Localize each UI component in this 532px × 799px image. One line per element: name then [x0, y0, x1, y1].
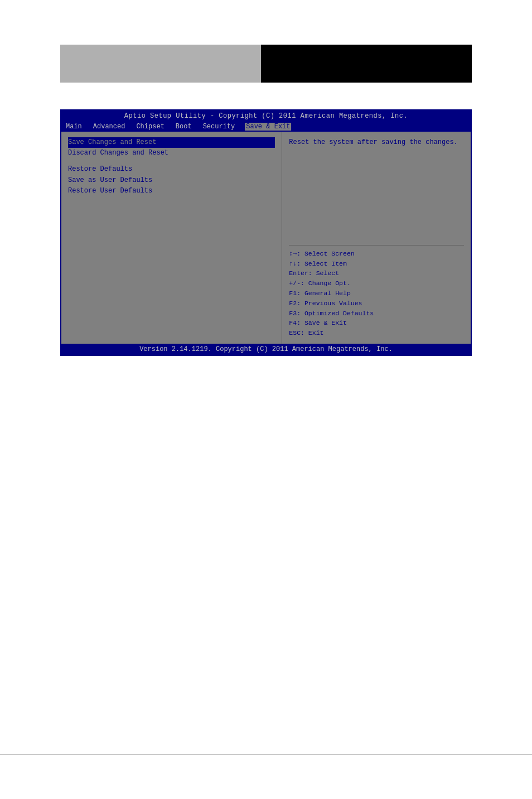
key-enter: Enter: Select — [289, 268, 464, 278]
option-save-user-defaults[interactable]: Save as User Defaults — [68, 175, 275, 186]
right-panel: Reset the system after saving the change… — [282, 132, 471, 344]
key-select-screen: ↕→: Select Screen — [289, 249, 464, 259]
key-f4: F4: Save & Exit — [289, 318, 464, 328]
key-esc: ESC: Exit — [289, 328, 464, 338]
key-f3: F3: Optimized Defaults — [289, 309, 464, 319]
option-discard-changes-reset[interactable]: Discard Changes and Reset — [68, 148, 275, 158]
key-f2: F2: Previous Values — [289, 299, 464, 309]
help-text: Reset the system after saving the change… — [289, 137, 464, 242]
bios-footer: Version 2.14.1219. Copyright (C) 2011 Am… — [61, 344, 471, 355]
menu-item-chipset[interactable]: Chipset — [135, 123, 165, 131]
bios-title: Aptio Setup Utility - Copyright (C) 2011… — [61, 110, 471, 122]
menu-item-advanced[interactable]: Advanced — [92, 123, 127, 131]
top-banner — [60, 45, 472, 83]
left-panel: Save Changes and Reset Discard Changes a… — [61, 132, 282, 344]
bios-title-text: Aptio Setup Utility - Copyright (C) 2011… — [124, 112, 408, 120]
divider — [289, 245, 464, 246]
key-help: ↕→: Select Screen ↑↓: Select Item Enter:… — [289, 249, 464, 338]
option-save-changes-reset[interactable]: Save Changes and Reset — [68, 137, 275, 148]
bios-content: Save Changes and Reset Discard Changes a… — [61, 132, 471, 344]
bios-window: Aptio Setup Utility - Copyright (C) 2011… — [60, 109, 472, 356]
option-spacer — [68, 158, 275, 164]
option-restore-defaults[interactable]: Restore Defaults — [68, 164, 275, 175]
bottom-rule — [0, 754, 532, 754]
key-change-opt: +/-: Change Opt. — [289, 278, 464, 288]
key-select-item: ↑↓: Select Item — [289, 259, 464, 269]
key-f1: F1: General Help — [289, 288, 464, 299]
menu-item-main[interactable]: Main — [65, 123, 83, 131]
menu-item-save-exit[interactable]: Save & Exit — [245, 123, 291, 131]
menu-item-boot[interactable]: Boot — [175, 123, 193, 131]
banner-left — [60, 45, 261, 83]
bios-footer-text: Version 2.14.1219. Copyright (C) 2011 Am… — [139, 345, 393, 353]
banner-right — [261, 45, 472, 83]
bios-menubar: Main Advanced Chipset Boot Security Save… — [61, 122, 471, 132]
option-restore-user-defaults[interactable]: Restore User Defaults — [68, 186, 275, 196]
menu-item-security[interactable]: Security — [202, 123, 236, 131]
